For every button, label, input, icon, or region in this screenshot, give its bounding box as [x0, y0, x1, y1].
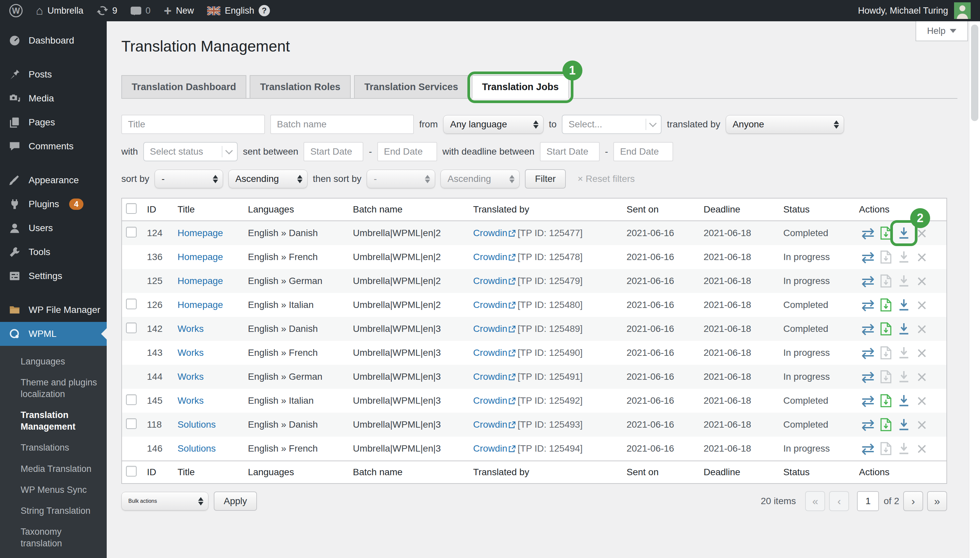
sidebar-item-dashboard[interactable]: Dashboard	[0, 29, 107, 53]
order1-select[interactable]: Ascending	[228, 170, 308, 188]
sort2-select[interactable]: -	[367, 170, 435, 188]
translated-by-select[interactable]: Anyone	[726, 115, 844, 134]
filter-button[interactable]: Filter	[525, 169, 565, 189]
cancel-job-icon[interactable]: ×	[913, 344, 931, 362]
sidebar-item-settings[interactable]: Settings	[0, 264, 107, 288]
site-name-menu[interactable]: ⌂ Umbrella	[36, 5, 84, 16]
job-title-link[interactable]: Homepage	[177, 276, 223, 286]
from-language-select[interactable]: Any language	[443, 115, 544, 134]
sidebar-item-users[interactable]: Users	[0, 216, 107, 240]
sidebar-item-appearance[interactable]: Appearance	[0, 168, 107, 192]
row-checkbox[interactable]	[126, 419, 137, 429]
avatar[interactable]	[954, 2, 971, 19]
howdy-account-menu[interactable]: Howdy, Michael Turing	[858, 6, 948, 16]
download-translation-icon[interactable]	[895, 320, 913, 338]
translator-link[interactable]: Crowdin	[473, 252, 507, 262]
download-translation-icon[interactable]	[895, 392, 913, 410]
sort1-select[interactable]: -	[154, 170, 223, 188]
sidebar-subitem-media-translation[interactable]: Media Translation	[0, 459, 107, 479]
job-title-link[interactable]: Solutions	[177, 419, 216, 430]
duplicate-job-icon[interactable]: ⇄	[859, 272, 877, 290]
translator-link[interactable]: Crowdin	[473, 323, 507, 334]
xliff-file-download-icon[interactable]	[877, 416, 895, 433]
cancel-job-icon[interactable]: ×	[913, 320, 931, 338]
download-translation-icon[interactable]	[895, 344, 913, 362]
deadline-end-date-input[interactable]	[613, 142, 673, 161]
sidebar-subitem-string-translation[interactable]: String Translation	[0, 501, 107, 522]
sent-start-date-input[interactable]	[303, 142, 363, 161]
translator-link[interactable]: Crowdin	[473, 300, 507, 310]
order2-select[interactable]: Ascending	[441, 170, 519, 188]
language-help-icon[interactable]: ?	[259, 5, 270, 16]
xliff-file-download-icon[interactable]	[877, 440, 895, 458]
row-checkbox[interactable]	[126, 227, 137, 238]
select-all-checkbox[interactable]	[126, 203, 137, 214]
download-translation-icon[interactable]	[895, 296, 913, 314]
sidebar-subitem-theme-and-plugins-localization[interactable]: Theme and plugins localization	[0, 372, 107, 405]
sidebar-item-wpml[interactable]: WPML	[0, 322, 107, 346]
download-translation-icon[interactable]	[895, 440, 913, 458]
row-checkbox[interactable]	[126, 394, 137, 405]
job-title-link[interactable]: Solutions	[177, 443, 216, 454]
xliff-file-download-icon[interactable]	[877, 296, 895, 314]
tab-translation-jobs[interactable]: Translation Jobs1	[472, 75, 569, 99]
duplicate-job-icon[interactable]: ⇄	[859, 248, 877, 266]
bulk-actions-select[interactable]: Bulk actions	[121, 492, 208, 510]
sidebar-item-plugins[interactable]: Plugins4	[0, 192, 107, 216]
translator-link[interactable]: Crowdin	[473, 276, 507, 286]
translator-link[interactable]: Crowdin	[473, 228, 507, 238]
duplicate-job-icon[interactable]: ⇄	[859, 296, 877, 314]
apply-button[interactable]: Apply	[214, 491, 257, 511]
sidebar-item-media[interactable]: Media	[0, 87, 107, 110]
deadline-start-date-input[interactable]	[540, 142, 600, 161]
sidebar-subitem-languages[interactable]: Languages	[0, 351, 107, 372]
translator-link[interactable]: Crowdin	[473, 443, 507, 454]
translator-link[interactable]: Crowdin	[473, 396, 507, 406]
job-title-link[interactable]: Homepage	[177, 300, 223, 310]
sidebar-subitem-translations[interactable]: Translations	[0, 437, 107, 458]
row-checkbox[interactable]	[126, 299, 137, 309]
duplicate-job-icon[interactable]: ⇄	[859, 416, 877, 433]
sidebar-subitem-packages[interactable]: Packages	[0, 554, 107, 558]
cancel-job-icon[interactable]: ×	[913, 392, 931, 410]
xliff-file-download-icon[interactable]	[877, 224, 895, 242]
cancel-job-icon[interactable]: ×	[913, 368, 931, 386]
updates-menu[interactable]: 9	[97, 5, 117, 16]
select-all-checkbox[interactable]	[126, 466, 137, 476]
row-checkbox[interactable]	[126, 323, 137, 333]
next-page-button[interactable]: ›	[903, 491, 923, 511]
batch-name-filter-input[interactable]	[270, 115, 414, 134]
job-title-link[interactable]: Works	[177, 371, 204, 382]
language-switcher-menu[interactable]: English ?	[207, 5, 270, 16]
tab-translation-services[interactable]: Translation Services	[354, 75, 469, 99]
xliff-file-download-icon[interactable]	[877, 320, 895, 338]
job-title-link[interactable]: Works	[177, 348, 204, 358]
sidebar-subitem-translation-management[interactable]: Translation Management	[0, 405, 107, 437]
cancel-job-icon[interactable]: ×	[913, 440, 931, 458]
download-translation-icon[interactable]	[895, 248, 913, 266]
cancel-job-icon[interactable]: ×	[913, 272, 931, 290]
job-title-link[interactable]: Homepage	[177, 228, 223, 238]
xliff-file-download-icon[interactable]	[877, 272, 895, 290]
job-title-link[interactable]: Works	[177, 396, 204, 406]
xliff-file-download-icon[interactable]	[877, 368, 895, 386]
sidebar-item-comments[interactable]: Comments	[0, 135, 107, 158]
new-content-menu[interactable]: + New	[164, 5, 194, 16]
help-button[interactable]: Help	[916, 21, 968, 41]
translator-link[interactable]: Crowdin	[473, 419, 507, 430]
duplicate-job-icon[interactable]: ⇄	[859, 440, 877, 458]
cancel-job-icon[interactable]: ×	[913, 248, 931, 266]
comments-menu[interactable]: 0	[131, 6, 151, 16]
sent-end-date-input[interactable]	[377, 142, 437, 161]
to-language-select[interactable]: Select...	[562, 115, 662, 134]
sidebar-item-tools[interactable]: Tools	[0, 240, 107, 264]
xliff-file-download-icon[interactable]	[877, 344, 895, 362]
job-title-link[interactable]: Homepage	[177, 252, 223, 262]
cancel-job-icon[interactable]: ×	[913, 296, 931, 314]
scrollbar-thumb[interactable]	[971, 25, 978, 121]
download-translation-icon[interactable]	[895, 368, 913, 386]
wordpress-menu[interactable]: W	[9, 4, 23, 17]
download-translation-icon[interactable]	[895, 224, 913, 242]
cancel-job-icon[interactable]: ×	[913, 416, 931, 433]
reset-filters-link[interactable]: × Reset filters	[578, 174, 635, 184]
